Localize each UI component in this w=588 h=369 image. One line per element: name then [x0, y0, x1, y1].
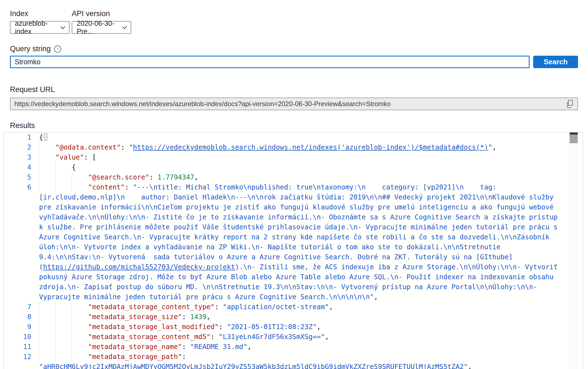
query-string-label: Query string — [10, 45, 51, 53]
line-number: 7 — [4, 302, 31, 312]
query-input[interactable] — [10, 56, 530, 68]
line-number: 11 — [4, 342, 31, 352]
results-code[interactable]: 1{2 "@odata.context": "https://vedeckyde… — [4, 132, 569, 369]
code-text: { — [39, 162, 562, 172]
code-line: 11 "metadata_storage_name": "README 31.m… — [4, 342, 569, 352]
code-text: "value": [ — [39, 152, 562, 162]
code-text: "@odata.context": "https://vedeckydemobl… — [39, 142, 562, 152]
search-explorer-page: Index azureblob-index API version 2020-0… — [0, 0, 588, 369]
line-number: 8 — [4, 312, 31, 322]
code-line: 10 "metadata_storage_content_md5": "L31y… — [4, 332, 569, 342]
line-number: 5 — [4, 172, 31, 182]
index-label: Index — [10, 10, 69, 17]
vertical-scrollbar[interactable] — [569, 132, 577, 369]
code-text: "metadata_storage_last_modified": "2021-… — [39, 322, 562, 332]
results-editor[interactable]: 1{2 "@odata.context": "https://vedeckyde… — [3, 132, 583, 369]
query-row: Search — [10, 56, 578, 68]
code-text: "content": "---\ntitle: Michal Stromko\n… — [39, 182, 562, 302]
line-number: 2 — [4, 142, 31, 152]
line-number: 3 — [4, 152, 31, 162]
code-text: { — [39, 132, 562, 142]
api-version-label: API version — [72, 10, 131, 17]
results-label: Results — [10, 121, 578, 130]
request-url-value: https://vedeckydemoblob.search.windows.n… — [14, 100, 563, 108]
query-string-label-row: Query string i — [10, 45, 578, 53]
code-text: "@search.score": 1.7794347, — [39, 172, 562, 182]
code-line: 8 "metadata_storage_size": 1439, — [4, 312, 569, 322]
code-line: 7 "metadata_storage_content_type": "appl… — [4, 302, 569, 312]
line-number: 9 — [4, 322, 31, 332]
request-url-bar: https://vedeckydemoblob.search.windows.n… — [10, 98, 578, 110]
index-dropdown[interactable]: azureblob-index — [10, 21, 69, 34]
copy-icon[interactable] — [566, 100, 574, 108]
code-text: "metadata_storage_content_md5": "L31yeLn… — [39, 332, 562, 342]
index-dropdown-value: azureblob-index — [15, 19, 61, 35]
api-version-dropdown-value: 2020-06-30-Pre... — [77, 19, 123, 35]
selectors-row: Index azureblob-index API version 2020-0… — [10, 10, 578, 34]
code-line: 1{ — [4, 132, 569, 142]
scrollbar-thumb[interactable] — [570, 135, 578, 143]
code-text: "metadata_storage_content_type": "applic… — [39, 302, 562, 312]
line-number: 6 — [4, 182, 31, 192]
code-text: "metadata_storage_name": "README 31.md", — [39, 342, 562, 352]
code-line: 2 "@odata.context": "https://vedeckydemo… — [4, 142, 569, 152]
code-text: "metadata_storage_path": "aHR0cHM6Ly9jc2… — [39, 352, 562, 369]
line-number: 10 — [4, 332, 31, 342]
index-field: Index azureblob-index — [10, 10, 69, 34]
api-version-field: API version 2020-06-30-Pre... — [72, 10, 131, 34]
code-line: 5 "@search.score": 1.7794347, — [4, 172, 569, 182]
code-line: 12 "metadata_storage_path": "aHR0cHM6Ly9… — [4, 352, 569, 369]
code-line: 3 "value": [ — [4, 152, 569, 162]
code-line: 6 "content": "---\ntitle: Michal Stromko… — [4, 182, 569, 302]
code-text: "metadata_storage_size": 1439, — [39, 312, 562, 322]
line-number: 1 — [4, 132, 31, 142]
line-number: 4 — [4, 162, 31, 172]
info-icon[interactable]: i — [54, 45, 61, 53]
request-url-label: Request URL — [10, 85, 578, 94]
api-version-dropdown[interactable]: 2020-06-30-Pre... — [72, 21, 131, 34]
line-number: 12 — [4, 352, 31, 362]
search-button[interactable]: Search — [533, 56, 578, 68]
code-line: 9 "metadata_storage_last_modified": "202… — [4, 322, 569, 332]
cursor-block — [43, 133, 48, 141]
code-line: 4 { — [4, 162, 569, 172]
scrollbar-corner — [570, 132, 578, 135]
